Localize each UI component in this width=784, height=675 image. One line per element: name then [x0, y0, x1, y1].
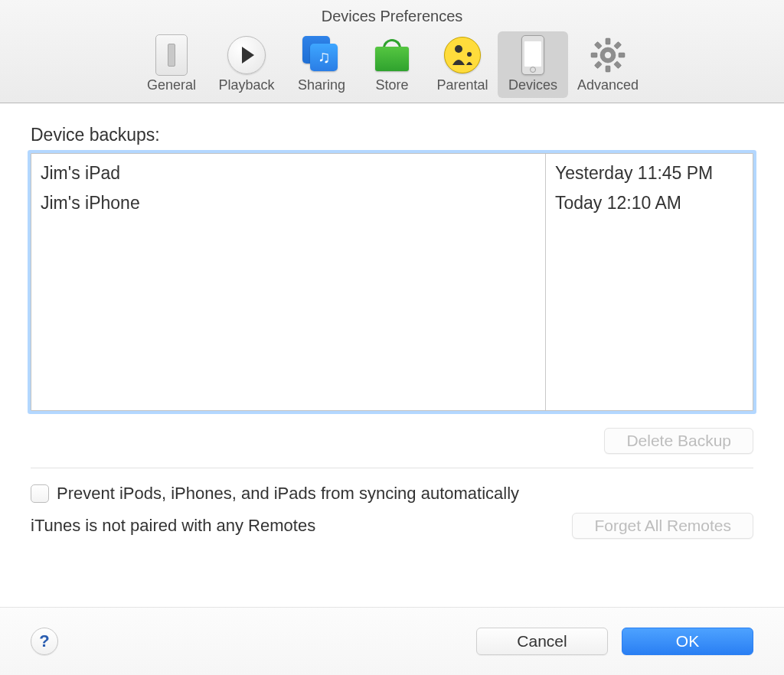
prevent-sync-row: Prevent iPods, iPhones, and iPads from s… [31, 484, 753, 504]
toolbar-item-parental[interactable]: Parental [427, 31, 498, 98]
svg-rect-8 [594, 61, 602, 69]
toolbar-label: Playback [210, 77, 283, 93]
prevent-sync-checkbox[interactable] [31, 484, 49, 503]
preferences-window: Devices Preferences General Playback ♫ [0, 0, 784, 675]
delete-backup-button[interactable]: Delete Backup [604, 428, 753, 454]
remotes-status-text: iTunes is not paired with any Remotes [31, 516, 315, 536]
device-backups-list[interactable]: Jim's iPad Jim's iPhone Yesterday 11:45 … [31, 153, 753, 411]
toolbar-label: General [139, 77, 204, 93]
toolbar-item-sharing[interactable]: ♫ ♫ Sharing [286, 31, 357, 98]
toolbar-item-store[interactable]: Store [357, 31, 427, 98]
shopping-bag-icon [360, 34, 424, 76]
toolbar-items: General Playback ♫ ♫ Sharing [0, 31, 784, 98]
toolbar-label: Advanced [571, 77, 645, 93]
cancel-button[interactable]: Cancel [476, 628, 608, 655]
svg-rect-10 [614, 61, 622, 69]
ok-button[interactable]: OK [622, 628, 753, 655]
divider [31, 468, 753, 468]
toolbar-item-advanced[interactable]: Advanced [568, 31, 648, 98]
toolbar-label: Sharing [289, 77, 354, 93]
svg-rect-9 [594, 41, 602, 49]
table-row[interactable]: Jim's iPhone [31, 188, 545, 218]
gear-icon [571, 34, 645, 76]
help-button[interactable]: ? [31, 628, 58, 655]
svg-rect-4 [606, 66, 610, 72]
svg-rect-7 [614, 41, 622, 49]
device-backups-name-column: Jim's iPad Jim's iPhone [31, 154, 546, 410]
table-row[interactable]: Jim's iPad [31, 158, 545, 188]
svg-point-0 [455, 45, 462, 53]
iphone-icon [501, 34, 565, 76]
device-backups-time-column: Yesterday 11:45 PM Today 12:10 AM [546, 154, 753, 410]
table-cell-time: Today 12:10 AM [546, 188, 753, 218]
switch-icon [139, 34, 204, 76]
parental-icon [430, 34, 495, 76]
content-area: Device backups: Jim's iPad Jim's iPhone … [0, 103, 784, 554]
svg-rect-3 [606, 38, 610, 44]
music-note-icon: ♫ ♫ [289, 34, 354, 76]
play-icon [210, 34, 283, 76]
toolbar-label: Devices [501, 77, 565, 93]
table-cell-time: Yesterday 11:45 PM [546, 158, 753, 188]
window-title: Devices Preferences [0, 5, 784, 31]
toolbar-item-devices[interactable]: Devices [498, 31, 568, 98]
toolbar-item-general[interactable]: General [136, 31, 207, 98]
svg-rect-5 [591, 53, 597, 57]
toolbar: Devices Preferences General Playback ♫ [0, 0, 784, 103]
dialog-footer: ? Cancel OK [0, 607, 784, 675]
toolbar-label: Parental [430, 77, 495, 93]
svg-point-11 [605, 52, 612, 59]
svg-point-1 [467, 52, 472, 57]
prevent-sync-label: Prevent iPods, iPhones, and iPads from s… [57, 484, 519, 504]
toolbar-label: Store [360, 77, 424, 93]
remotes-row: iTunes is not paired with any Remotes Fo… [31, 513, 753, 539]
svg-rect-6 [619, 53, 625, 57]
toolbar-item-playback[interactable]: Playback [207, 31, 286, 98]
device-backups-label: Device backups: [31, 125, 753, 145]
forget-all-remotes-button[interactable]: Forget All Remotes [572, 513, 753, 539]
